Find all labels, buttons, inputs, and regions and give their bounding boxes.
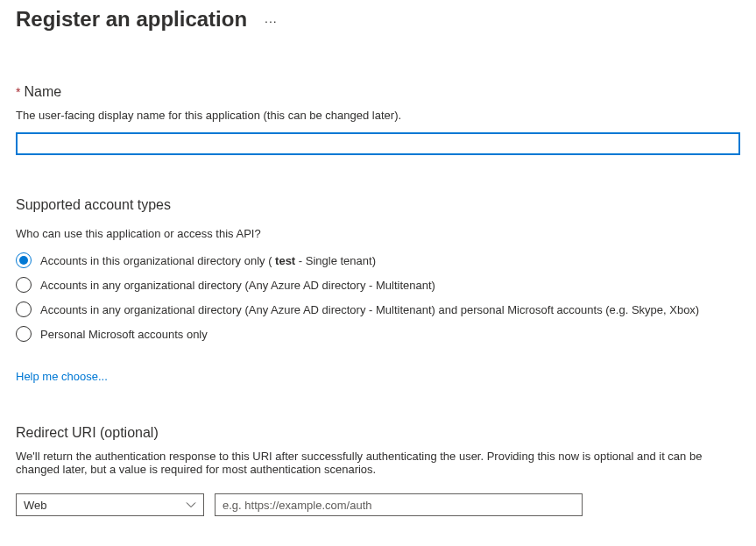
platform-select[interactable]: Web <box>16 493 204 516</box>
radio-label: Accounts in any organizational directory… <box>40 303 699 316</box>
radio-option-multitenant[interactable]: Accounts in any organizational directory… <box>16 277 740 293</box>
help-me-choose-link[interactable]: Help me choose... <box>16 370 108 383</box>
name-label: Name <box>24 84 61 99</box>
chevron-down-icon <box>186 500 196 510</box>
required-asterisk: * <box>16 85 20 99</box>
radio-label: Accounts in this organizational director… <box>40 254 376 267</box>
name-input[interactable] <box>16 132 740 155</box>
account-types-heading: Supported account types <box>16 197 740 213</box>
more-options-icon[interactable]: ··· <box>265 14 278 28</box>
radio-icon <box>16 277 32 293</box>
name-description: The user-facing display name for this ap… <box>16 109 740 122</box>
page-title: Register an application <box>16 7 247 32</box>
redirect-uri-heading: Redirect URI (optional) <box>16 425 740 441</box>
redirect-uri-input[interactable] <box>215 493 583 516</box>
radio-icon <box>16 326 32 342</box>
name-label-row: *Name <box>16 84 740 100</box>
redirect-uri-description: We'll return the authentication response… <box>16 450 740 476</box>
radio-option-personal-only[interactable]: Personal Microsoft accounts only <box>16 326 740 342</box>
radio-icon <box>16 301 32 317</box>
account-types-question: Who can use this application or access t… <box>16 227 740 240</box>
radio-icon <box>16 252 32 268</box>
radio-option-single-tenant[interactable]: Accounts in this organizational director… <box>16 252 740 268</box>
radio-option-multitenant-personal[interactable]: Accounts in any organizational directory… <box>16 301 740 317</box>
radio-label: Personal Microsoft accounts only <box>40 328 208 341</box>
platform-selected-value: Web <box>24 499 47 512</box>
account-types-radio-group: Accounts in this organizational director… <box>16 252 740 342</box>
radio-label: Accounts in any organizational directory… <box>40 279 435 292</box>
